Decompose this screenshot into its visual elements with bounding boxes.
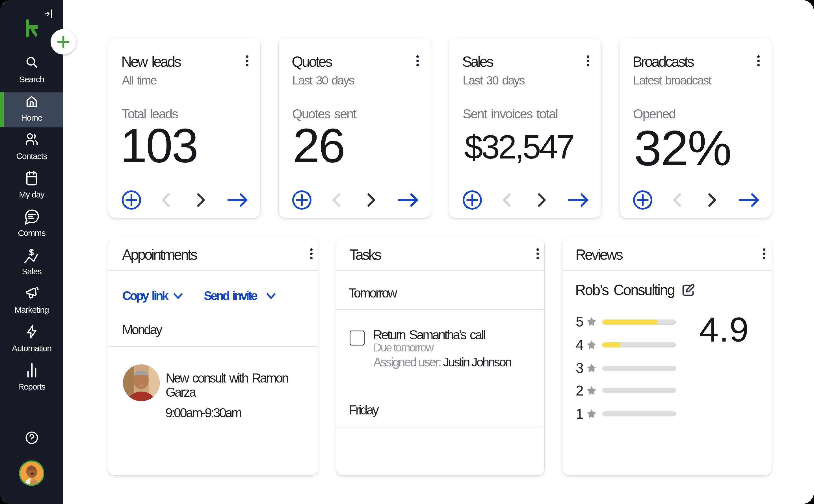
- svg-text:$: $: [29, 247, 34, 257]
